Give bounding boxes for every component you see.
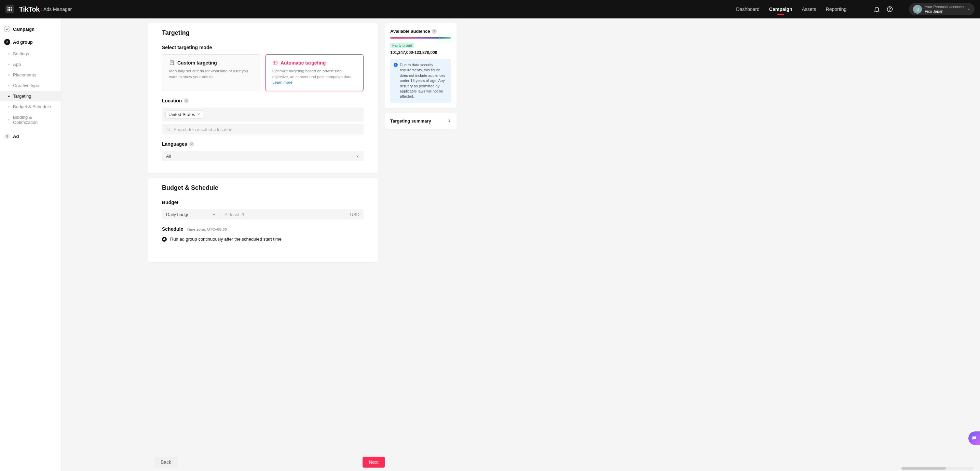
notifications-icon[interactable]: [873, 6, 880, 13]
sidebar-item-app[interactable]: App: [0, 59, 61, 70]
mode-desc: Manually set criteria for what kind of u…: [169, 68, 253, 79]
audience-breadth-tag: Fairly broad: [390, 43, 414, 48]
audience-breadth-bar: [390, 37, 451, 38]
time-zone-text: Time zone: UTC+08:00: [186, 227, 226, 232]
sidebar-item-settings[interactable]: Settings: [0, 48, 61, 59]
schedule-label: Schedule Time zone: UTC+08:00: [162, 226, 364, 232]
sidebar-item-budget-schedule[interactable]: Budget & Schedule: [0, 101, 61, 112]
targeting-summary-card[interactable]: Targeting summary: [385, 113, 457, 129]
targeting-summary-label: Targeting summary: [390, 119, 431, 124]
nav-reporting[interactable]: Reporting: [826, 0, 847, 18]
radio-label: Run ad group continuously after the sche…: [170, 236, 282, 242]
sidebar-item-creative-type[interactable]: Creative type: [0, 80, 61, 91]
remove-chip-icon[interactable]: ✕: [197, 112, 200, 117]
budget-input[interactable]: [224, 212, 350, 217]
sidebar-item-placements[interactable]: Placements: [0, 70, 61, 80]
next-button[interactable]: Next: [363, 457, 385, 468]
nav-dashboard[interactable]: Dashboard: [736, 0, 760, 18]
svg-point-5: [973, 438, 974, 438]
targeting-heading: Targeting: [162, 29, 364, 36]
top-nav: Dashboard Campaign Assets Reporting u Yo…: [736, 0, 975, 18]
targeting-mode-label: Select targeting mode: [162, 45, 364, 50]
select-value: All: [166, 154, 171, 159]
automatic-targeting-card[interactable]: Automatic targeting Optimize targeting b…: [265, 54, 364, 91]
expand-icon: [448, 119, 451, 122]
logo-text: TikTok: [19, 5, 40, 13]
budget-label: Budget: [162, 200, 364, 205]
apps-launcher-icon[interactable]: [5, 5, 14, 13]
logo-subtext: Ads Manager: [43, 6, 72, 12]
custom-targeting-icon: [169, 60, 175, 65]
sidebar-item-label: Budget & Schedule: [13, 104, 51, 109]
languages-select[interactable]: All: [162, 151, 364, 161]
sidebar-item-label: App: [13, 62, 21, 67]
chevron-down-icon: [967, 8, 970, 11]
sidebar-step-adgroup[interactable]: 2 Ad group: [0, 35, 61, 48]
svg-rect-3: [273, 61, 277, 64]
languages-label: Languages ?: [162, 141, 364, 147]
main-scroll[interactable]: Targeting Select targeting mode Custom t…: [62, 18, 980, 471]
location-chip-field[interactable]: United States ✕: [162, 108, 364, 122]
help-icon[interactable]: ?: [189, 142, 194, 146]
help-icon[interactable]: [886, 6, 893, 13]
budget-type-select[interactable]: Daily budget: [162, 209, 220, 219]
schedule-continuous-radio[interactable]: [162, 237, 167, 242]
nav-campaign[interactable]: Campaign: [769, 0, 792, 18]
help-icon[interactable]: ?: [184, 98, 189, 103]
mode-title-label: Custom targeting: [177, 60, 217, 65]
sidebar-step-label: Ad: [13, 134, 19, 139]
chat-fab[interactable]: [968, 431, 980, 445]
svg-point-4: [167, 128, 169, 130]
step-number-badge: 2: [4, 39, 10, 45]
svg-point-7: [975, 438, 975, 438]
select-value: Daily budget: [166, 212, 191, 217]
automatic-targeting-icon: [272, 60, 278, 65]
info-icon: i: [394, 63, 398, 67]
account-switcher[interactable]: u Your Personal accounts Pico Japan: [909, 3, 975, 15]
audience-size-range: 101,347,000-123,870,000: [390, 50, 451, 55]
sidebar-step-label: Ad group: [13, 40, 33, 45]
audience-title: Available audience: [390, 29, 430, 34]
sidebar-step-ad[interactable]: 3 Ad: [0, 130, 61, 143]
search-icon: [166, 127, 171, 132]
nav-separator: [856, 6, 856, 12]
budget-schedule-heading: Budget & Schedule: [162, 184, 364, 192]
svg-point-1: [890, 11, 890, 11]
sidebar-item-label: Placements: [13, 72, 36, 78]
sidebar-step-label: Campaign: [13, 27, 35, 32]
sidebar-step-campaign[interactable]: Campaign: [0, 22, 61, 35]
check-icon: [4, 26, 10, 32]
mode-desc: Optimize targeting based on advertising …: [272, 68, 356, 85]
chevron-down-icon: [355, 154, 360, 158]
mode-title-label: Automatic targeting: [280, 60, 326, 65]
location-label: Location ?: [162, 98, 364, 103]
sidebar-item-label: Bidding & Optimization: [13, 115, 57, 125]
location-search-input[interactable]: [173, 127, 360, 132]
sidebar-item-label: Targeting: [13, 94, 31, 98]
location-chip: United States ✕: [165, 110, 203, 119]
account-type: Your Personal accounts: [924, 5, 964, 9]
nav-assets[interactable]: Assets: [802, 0, 816, 18]
step-sidebar: Campaign 2 Ad group Settings App Placeme…: [0, 18, 62, 471]
help-icon[interactable]: ?: [432, 29, 437, 34]
custom-targeting-card[interactable]: Custom targeting Manually set criteria f…: [162, 54, 260, 91]
right-col-scrollbar[interactable]: [901, 467, 973, 469]
budget-schedule-card: Budget & Schedule Budget Daily budget US…: [148, 178, 378, 262]
audience-info-box: i Due to data security requirements, thi…: [390, 59, 451, 103]
currency-label: USD: [350, 212, 360, 217]
sidebar-item-label: Creative type: [13, 83, 39, 88]
account-name: Pico Japan: [924, 9, 964, 14]
avatar: u: [913, 5, 922, 14]
available-audience-card: Available audience ? Fairly broad 101,34…: [385, 23, 457, 108]
sidebar-item-bidding[interactable]: Bidding & Optimization: [0, 112, 61, 128]
location-search-field[interactable]: [162, 124, 364, 135]
chevron-down-icon: [212, 212, 216, 216]
learn-more-link[interactable]: Learn more: [272, 80, 293, 84]
back-button[interactable]: Back: [154, 457, 177, 468]
logo[interactable]: TikTok : Ads Manager: [19, 5, 72, 13]
logo-separator: :: [40, 6, 42, 12]
top-header: TikTok : Ads Manager Dashboard Campaign …: [0, 0, 980, 18]
step-number-badge: 3: [4, 133, 10, 139]
sidebar-item-targeting[interactable]: Targeting: [0, 91, 61, 101]
svg-point-6: [974, 438, 974, 438]
